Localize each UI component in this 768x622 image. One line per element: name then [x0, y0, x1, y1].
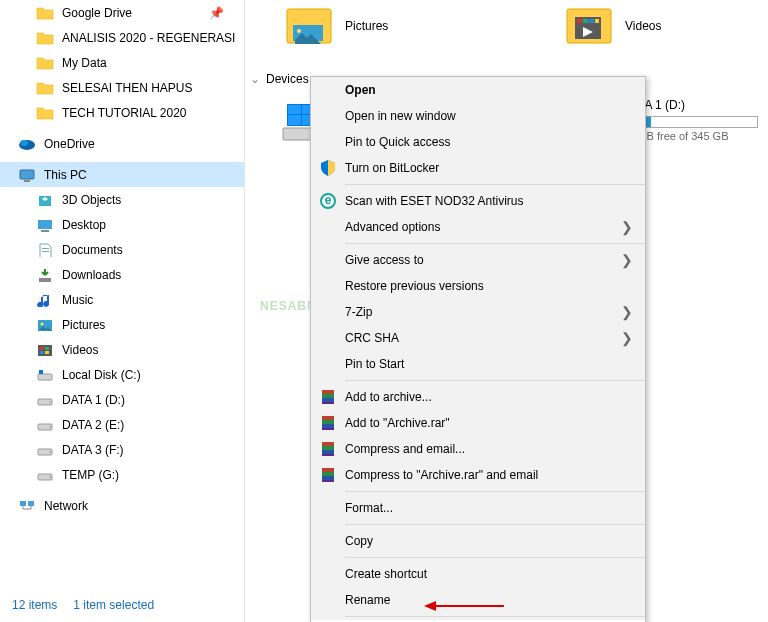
winrar-icon	[319, 388, 337, 406]
nav-label: Pictures	[62, 318, 105, 332]
nav-pictures[interactable]: Pictures	[0, 312, 244, 337]
menu-crc-sha[interactable]: CRC SHA❯	[311, 325, 645, 351]
desktop-icon	[36, 217, 54, 232]
svg-rect-36	[589, 19, 594, 23]
svg-rect-40	[288, 105, 301, 114]
nav-label: Network	[44, 499, 88, 513]
chevron-right-icon: ❯	[621, 219, 633, 235]
status-bar: 12 items 1 item selected	[12, 598, 154, 612]
music-icon	[36, 292, 54, 307]
drive-icon	[36, 442, 54, 457]
drive-name: TA 1 (D:)	[638, 98, 758, 112]
menu-separator	[345, 243, 645, 244]
winrar-icon	[319, 440, 337, 458]
nav-label: My Data	[62, 56, 107, 70]
nav-downloads[interactable]: Downloads	[0, 262, 244, 287]
documents-icon	[36, 242, 54, 257]
pictures-icon	[36, 317, 54, 332]
navigation-pane: Google Drive 📌 ANALISIS 2020 - REGENERAS…	[0, 0, 245, 622]
drive-icon	[36, 417, 54, 432]
nav-mydata[interactable]: My Data	[0, 50, 244, 75]
winrar-icon	[319, 414, 337, 432]
nav-label: DATA 2 (E:)	[62, 418, 124, 432]
nav-label: DATA 1 (D:)	[62, 393, 125, 407]
pictures-folder-icon	[285, 5, 333, 47]
folder-icon	[36, 55, 54, 70]
nav-label: Desktop	[62, 218, 106, 232]
nav-data2-e[interactable]: DATA 2 (E:)	[0, 412, 244, 437]
menu-separator	[345, 524, 645, 525]
folder-videos[interactable]: Videos	[525, 2, 768, 50]
nav-data1-d[interactable]: DATA 1 (D:)	[0, 387, 244, 412]
menu-format[interactable]: Format...	[311, 495, 645, 521]
nav-desktop[interactable]: Desktop	[0, 212, 244, 237]
drive-icon	[36, 392, 54, 407]
drive-icon	[36, 467, 54, 482]
nav-label: DATA 3 (F:)	[62, 443, 124, 457]
menu-compress-rar-email[interactable]: Compress to "Archive.rar" and email	[311, 462, 645, 488]
status-item-count: 12 items	[12, 598, 57, 612]
videos-folder-icon	[565, 5, 613, 47]
nav-label: SELESAI THEN HAPUS	[62, 81, 193, 95]
nav-3d-objects[interactable]: 3D Objects	[0, 187, 244, 212]
nav-google-drive[interactable]: Google Drive 📌	[0, 0, 244, 25]
section-label: Devices	[266, 72, 309, 86]
nav-selesai[interactable]: SELESAI THEN HAPUS	[0, 75, 244, 100]
nav-analisis[interactable]: ANALISIS 2020 - REGENERASI	[0, 25, 244, 50]
folder-label: Videos	[625, 19, 661, 33]
3d-objects-icon	[36, 192, 54, 207]
drive-data1-d[interactable]: TA 1 (D:) GB free of 345 GB	[638, 98, 758, 142]
svg-rect-37	[595, 19, 599, 23]
menu-open-new-window[interactable]: Open in new window	[311, 103, 645, 129]
menu-rename[interactable]: Rename	[311, 587, 645, 613]
menu-bitlocker[interactable]: Turn on BitLocker	[311, 155, 645, 181]
menu-add-archive-rar[interactable]: Add to "Archive.rar"	[311, 410, 645, 436]
nav-label: Videos	[62, 343, 98, 357]
chevron-right-icon: ❯	[621, 330, 633, 346]
svg-rect-34	[577, 19, 582, 23]
nav-onedrive[interactable]: OneDrive	[0, 131, 244, 156]
videos-icon	[36, 342, 54, 357]
nav-temp-g[interactable]: TEMP (G:)	[0, 462, 244, 487]
section-devices[interactable]: ⌄ Devices	[250, 72, 309, 86]
this-pc-icon	[18, 167, 36, 182]
nav-this-pc[interactable]: This PC	[0, 162, 244, 187]
folder-label: Pictures	[345, 19, 388, 33]
nav-tech-tutorial[interactable]: TECH TUTORIAL 2020	[0, 100, 244, 125]
svg-rect-42	[288, 115, 301, 125]
chevron-down-icon: ⌄	[250, 72, 260, 86]
status-selected-count: 1 item selected	[73, 598, 154, 612]
menu-compress-email[interactable]: Compress and email...	[311, 436, 645, 462]
folder-icon	[36, 5, 54, 20]
folder-pictures[interactable]: Pictures	[245, 2, 525, 50]
menu-restore-versions[interactable]: Restore previous versions	[311, 273, 645, 299]
folder-icon	[36, 30, 54, 45]
chevron-right-icon: ❯	[621, 252, 633, 268]
menu-pin-quick-access[interactable]: Pin to Quick access	[311, 129, 645, 155]
menu-eset-scan[interactable]: Scan with ESET NOD32 Antivirus	[311, 188, 645, 214]
downloads-icon	[36, 267, 54, 282]
menu-give-access-to[interactable]: Give access to❯	[311, 247, 645, 273]
nav-label: Documents	[62, 243, 123, 257]
nav-network[interactable]: Network	[0, 493, 244, 518]
menu-separator	[345, 184, 645, 185]
nav-label: ANALISIS 2020 - REGENERASI	[62, 31, 235, 45]
menu-create-shortcut[interactable]: Create shortcut	[311, 561, 645, 587]
menu-pin-start[interactable]: Pin to Start	[311, 351, 645, 377]
svg-point-31	[297, 29, 301, 33]
svg-rect-35	[583, 19, 588, 23]
nav-music[interactable]: Music	[0, 287, 244, 312]
pin-icon: 📌	[209, 6, 224, 20]
menu-advanced-options[interactable]: Advanced options❯	[311, 214, 645, 240]
menu-add-archive[interactable]: Add to archive...	[311, 384, 645, 410]
menu-separator	[345, 557, 645, 558]
nav-label: Google Drive	[62, 6, 132, 20]
menu-7zip[interactable]: 7-Zip❯	[311, 299, 645, 325]
nav-documents[interactable]: Documents	[0, 237, 244, 262]
menu-copy[interactable]: Copy	[311, 528, 645, 554]
nav-local-disk-c[interactable]: Local Disk (C:)	[0, 362, 244, 387]
menu-open[interactable]: Open	[311, 77, 645, 103]
network-icon	[18, 498, 36, 513]
nav-data3-f[interactable]: DATA 3 (F:)	[0, 437, 244, 462]
nav-videos[interactable]: Videos	[0, 337, 244, 362]
